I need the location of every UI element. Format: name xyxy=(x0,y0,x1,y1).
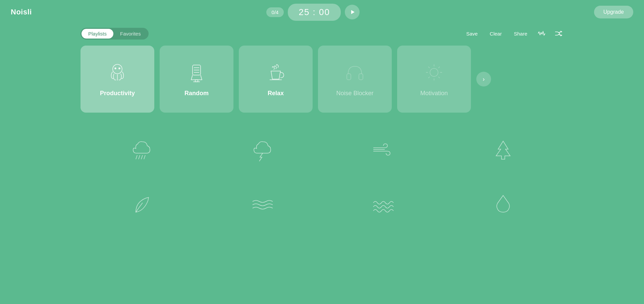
waveform-icon-button[interactable] xyxy=(537,29,547,38)
svg-rect-12 xyxy=(359,74,363,80)
sound-item-leaf[interactable] xyxy=(80,190,201,217)
motivation-label: Motivation xyxy=(420,90,448,97)
thunder-icon xyxy=(248,137,275,164)
svg-line-25 xyxy=(144,155,145,159)
forest-icon xyxy=(490,137,517,164)
toolbar: Playlists Favorites Save Clear Share xyxy=(0,24,644,43)
waves-calm-icon xyxy=(248,190,275,217)
shuffle-icon-button[interactable] xyxy=(553,29,564,38)
playlist-card-relax[interactable]: Relax xyxy=(239,46,313,113)
play-icon xyxy=(350,9,355,15)
svg-rect-8 xyxy=(195,80,198,82)
playlist-card-random[interactable]: Random xyxy=(160,46,233,113)
sun-icon xyxy=(423,62,445,84)
svg-line-19 xyxy=(438,77,440,78)
tab-group: Playlists Favorites xyxy=(80,28,149,40)
sound-item-drop[interactable] xyxy=(443,190,564,217)
toolbar-right: Save Clear Share xyxy=(464,29,564,38)
progress-badge: 0/4 xyxy=(266,7,284,17)
share-button[interactable]: Share xyxy=(511,29,530,38)
sound-item-thunder[interactable] xyxy=(201,137,322,164)
svg-marker-0 xyxy=(351,10,355,14)
scroll-next-button[interactable]: › xyxy=(476,72,491,86)
noise-blocker-label: Noise Blocker xyxy=(336,90,373,97)
play-button[interactable] xyxy=(345,5,360,19)
timer-display: 25 : 00 xyxy=(288,4,341,21)
svg-line-24 xyxy=(141,155,143,159)
tab-favorites[interactable]: Favorites xyxy=(113,29,148,39)
sound-item-forest[interactable] xyxy=(443,137,564,164)
chevron-right-icon: › xyxy=(483,76,485,83)
sound-item-rain[interactable] xyxy=(80,137,201,164)
productivity-label: Productivity xyxy=(100,90,135,97)
svg-line-18 xyxy=(428,67,430,68)
svg-line-23 xyxy=(139,155,140,159)
save-button[interactable]: Save xyxy=(464,29,480,38)
svg-line-22 xyxy=(136,155,137,159)
logo: Noisli xyxy=(11,8,32,16)
sounds-grid xyxy=(0,121,644,233)
random-label: Random xyxy=(184,90,209,97)
rain-icon xyxy=(127,137,154,164)
blender-icon xyxy=(186,62,207,84)
svg-point-13 xyxy=(430,68,438,76)
waveform-icon xyxy=(538,31,545,36)
relax-label: Relax xyxy=(268,90,284,97)
leaf-icon xyxy=(127,190,154,217)
clear-button[interactable]: Clear xyxy=(487,29,504,38)
playlist-card-motivation[interactable]: Motivation xyxy=(397,46,471,113)
wind-icon xyxy=(369,137,396,164)
svg-line-20 xyxy=(438,67,440,68)
sound-item-waves-calm[interactable] xyxy=(201,190,322,217)
svg-marker-27 xyxy=(496,141,510,159)
playlist-card-productivity[interactable]: Productivity xyxy=(80,46,154,113)
headphones-icon xyxy=(344,62,366,84)
playlists-scroll: Productivity Random xyxy=(80,46,564,113)
tea-icon xyxy=(265,62,286,84)
sound-item-waves[interactable] xyxy=(322,190,443,217)
upgrade-button[interactable]: Upgrade xyxy=(594,6,633,18)
svg-point-2 xyxy=(115,68,116,69)
octopus-icon xyxy=(107,62,128,84)
shuffle-icon xyxy=(555,31,562,36)
ocean-waves-icon xyxy=(369,190,396,217)
svg-line-21 xyxy=(428,77,430,78)
sound-item-wind[interactable] xyxy=(322,137,443,164)
drop-icon xyxy=(490,190,517,217)
svg-point-1 xyxy=(113,64,122,74)
svg-point-3 xyxy=(119,68,120,69)
playlist-card-noise-blocker[interactable]: Noise Blocker xyxy=(318,46,392,113)
playlists-section: Productivity Random xyxy=(0,43,644,121)
tab-playlists[interactable]: Playlists xyxy=(82,29,113,39)
header-center: 0/4 25 : 00 xyxy=(266,4,360,21)
svg-rect-11 xyxy=(347,74,351,80)
header: Noisli 0/4 25 : 00 Upgrade xyxy=(0,0,644,24)
